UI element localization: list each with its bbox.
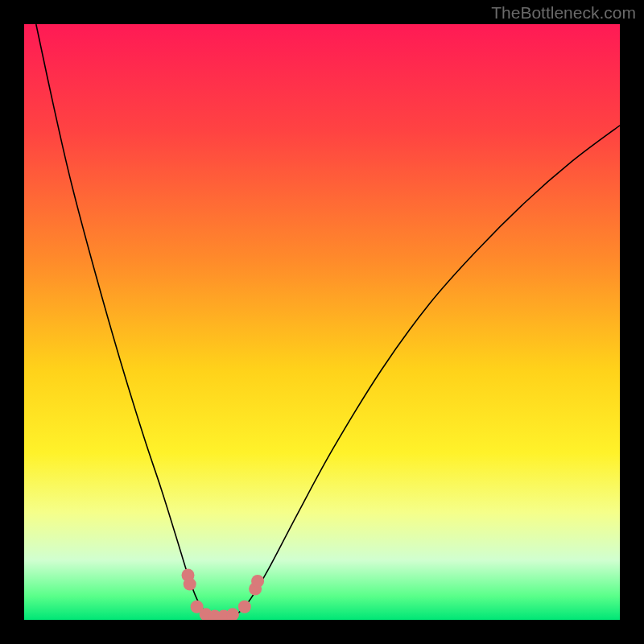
gradient-background: [24, 24, 620, 620]
marker-point: [251, 575, 264, 588]
watermark-text: TheBottleneck.com: [491, 3, 636, 23]
chart-svg: [24, 24, 620, 620]
plot-area: [24, 24, 620, 620]
marker-point: [184, 578, 196, 591]
marker-point: [238, 601, 251, 613]
chart-container: TheBottleneck.com: [0, 0, 644, 644]
